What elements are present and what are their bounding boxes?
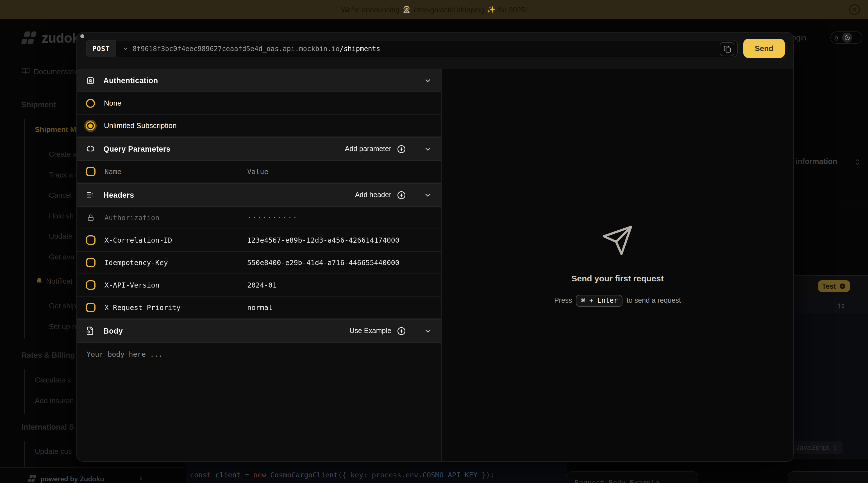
- header-row-authorization: Authorization ··········: [77, 207, 441, 229]
- header-value-input[interactable]: 550e8400-e29b-41d4-a716-446655440000: [247, 258, 399, 267]
- sidebar-section-notifications[interactable]: Notificat: [46, 277, 72, 285]
- sidebar-item[interactable]: Add insuran: [35, 396, 74, 405]
- kbd-shortcut: ⌘ + Enter: [576, 295, 623, 307]
- request-url[interactable]: 8f9618f3bc0f4eec989627ceaafd5e4d_oas.api…: [132, 45, 380, 53]
- header-enable-checkbox[interactable]: [86, 303, 95, 312]
- plus-circle-icon: [397, 326, 406, 335]
- header-name-input[interactable]: Idempotency-Key: [104, 258, 238, 267]
- sidebar-section-rates: Rates & Billing: [21, 351, 75, 359]
- sidebar-indent-line: [24, 119, 25, 338]
- sidebar-item[interactable]: Get ship: [49, 301, 76, 310]
- send-plane-icon: [601, 224, 634, 256]
- body-placeholder: Your body here ...: [87, 350, 163, 358]
- header-enable-checkbox[interactable]: [86, 235, 95, 245]
- banner-text: We're announcing: [341, 5, 399, 14]
- url-host: 8f9618f3bc0f4eec989627ceaafd5e4d_oas.api…: [132, 45, 340, 53]
- sidebar-item[interactable]: Update cus: [35, 447, 72, 455]
- section-title: Body: [103, 327, 123, 335]
- request-url-bar: POST 8f9618f3bc0f4eec989627ceaafd5e4d_oa…: [86, 40, 738, 57]
- header-name-input[interactable]: X-Request-Priority: [104, 303, 238, 312]
- request-body-example-panel[interactable]: Request Body Example: [567, 471, 698, 483]
- add-parameter-button[interactable]: Add parameter: [345, 144, 406, 154]
- sidebar-item[interactable]: Set up n: [49, 322, 76, 331]
- section-title: Authentication: [103, 76, 158, 85]
- code-token: key:: [350, 471, 367, 479]
- header-name-input[interactable]: X-API-Version: [104, 281, 238, 289]
- add-parameter-label: Add parameter: [345, 145, 391, 153]
- header-value-input[interactable]: 2024-01: [247, 281, 277, 289]
- use-example-button[interactable]: Use Example: [349, 326, 406, 335]
- footer-chevron-right-icon: [137, 475, 144, 482]
- header-enable-checkbox[interactable]: [86, 258, 95, 267]
- sidebar-item[interactable]: Hold sh: [49, 212, 73, 220]
- id-badge-icon: [86, 76, 95, 85]
- header-value-input[interactable]: normal: [247, 303, 273, 312]
- section-headers[interactable]: Headers Add header: [77, 183, 441, 207]
- section-body[interactable]: Body Use Example: [77, 319, 441, 343]
- plus-circle-icon: [397, 190, 406, 200]
- press-label: Press: [554, 296, 572, 304]
- code-token: ({: [338, 471, 350, 479]
- page: We're announcing 🧑‍🚀 inter-galactic ship…: [0, 0, 868, 483]
- auth-option-none[interactable]: None: [77, 92, 441, 115]
- zudoku-footer-logo-icon: [28, 474, 37, 483]
- chevron-down-icon: [424, 327, 432, 335]
- method-badge: POST: [87, 40, 116, 57]
- hint-suffix: to send a request: [627, 296, 681, 304]
- test-button[interactable]: Test: [818, 280, 850, 292]
- sidebar-indent-line-5: [24, 441, 25, 467]
- chevron-down-icon: [424, 144, 432, 153]
- play-circle-icon: [839, 283, 846, 290]
- header-row: X-Correlation-ID 123e4567-e89b-12d3-a456…: [77, 229, 441, 252]
- body-editor[interactable]: Your body here ...: [77, 343, 441, 461]
- chevrons-up-down-icon: [832, 445, 838, 451]
- code-token: process.env.: [367, 471, 423, 479]
- sun-icon: [833, 34, 840, 41]
- radio-none[interactable]: [86, 99, 95, 107]
- header-value-input[interactable]: 123e4567-e89b-12d3-a456-426614174000: [247, 236, 399, 244]
- header-name-input[interactable]: X-Correlation-ID: [104, 236, 238, 244]
- section-query-parameters[interactable]: Query Parameters Add parameter: [77, 137, 441, 161]
- url-path: /shipments: [340, 45, 380, 53]
- language-select[interactable]: JavaScript: [791, 442, 843, 454]
- modal-drag-dot: [80, 34, 84, 38]
- param-enable-checkbox[interactable]: [86, 167, 95, 176]
- param-value-input[interactable]: Value: [247, 167, 268, 176]
- sidebar-item[interactable]: Get ava: [49, 253, 74, 261]
- code-token: =: [245, 471, 253, 479]
- banner-close-icon[interactable]: [848, 3, 861, 16]
- copy-url-button[interactable]: [720, 42, 734, 56]
- lang-badge: js: [837, 301, 845, 310]
- sidebar-item[interactable]: Create a: [49, 150, 77, 158]
- section-authentication[interactable]: Authentication: [77, 69, 441, 92]
- sidebar-item[interactable]: Cancel: [49, 191, 72, 199]
- sidebar-item-shipment-m[interactable]: Shipment M: [35, 125, 76, 134]
- header-row: X-Request-Priority normal: [77, 296, 441, 319]
- powered-by-zudoku[interactable]: powered by Zudoku: [40, 475, 104, 483]
- server-select-chevron-icon[interactable]: [122, 45, 129, 52]
- nav-documentation[interactable]: Documentation: [34, 67, 83, 76]
- header-enable-checkbox[interactable]: [86, 280, 95, 290]
- request-body-example-label: Request Body Example: [575, 479, 659, 483]
- param-name-input[interactable]: Name: [104, 167, 238, 176]
- auth-option-unlimited[interactable]: Unlimited Subscription: [77, 115, 441, 137]
- astronaut-emoji: 🧑‍🚀: [402, 6, 411, 13]
- copy-icon: [723, 45, 731, 53]
- theme-toggle[interactable]: [830, 31, 862, 44]
- add-header-button[interactable]: Add header: [355, 190, 406, 200]
- code-token: new: [253, 471, 266, 479]
- empty-state-title: Send your first request: [571, 273, 663, 283]
- sidebar-indent-line-3: [38, 295, 38, 339]
- response-panel-edge: [788, 471, 868, 483]
- banner-text-mid: inter-galactic shipping: [413, 5, 484, 14]
- section-title: Query Parameters: [103, 144, 170, 153]
- sidebar-item[interactable]: Update: [49, 232, 72, 240]
- sidebar-item[interactable]: Calculate s: [35, 376, 71, 384]
- bell-icon: [35, 276, 43, 284]
- sidebar-item[interactable]: Track a s: [49, 171, 79, 179]
- radio-unlimited-selected[interactable]: [86, 121, 95, 130]
- code-token: });: [477, 471, 494, 479]
- send-button[interactable]: Send: [743, 39, 785, 58]
- sidebar-indent-line-2: [38, 143, 38, 266]
- query-param-row: Name Value: [77, 161, 441, 183]
